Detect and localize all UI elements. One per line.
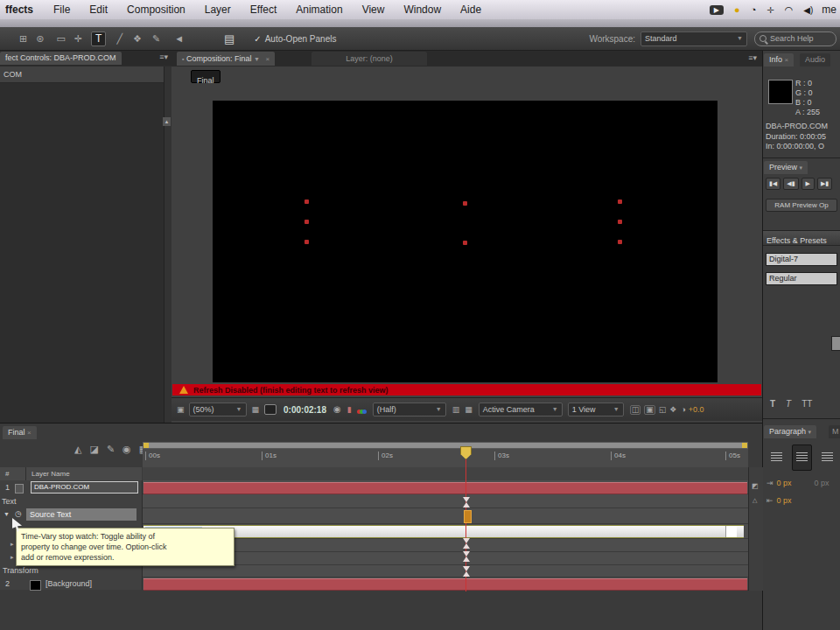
- panel-menu-icon[interactable]: ≡▾: [159, 53, 168, 61]
- show-channel-icon[interactable]: [359, 402, 367, 417]
- transparency-grid-icon[interactable]: ▦: [465, 406, 472, 414]
- scroll-up-icon[interactable]: ▲: [163, 117, 171, 126]
- menu-composition[interactable]: Composition: [117, 4, 195, 16]
- brush-tool-icon[interactable]: ❖: [133, 34, 142, 44]
- prev-frame-button[interactable]: ◀▮: [783, 178, 798, 190]
- expand-triangle-icon[interactable]: ▼: [4, 511, 10, 517]
- comp-shy-icon[interactable]: ◭: [74, 444, 81, 454]
- expression-field-endcap[interactable]: [725, 526, 737, 537]
- align-right-button[interactable]: [819, 446, 836, 469]
- layer2-color-swatch[interactable]: [30, 580, 41, 591]
- menu-app[interactable]: ffects: [0, 4, 44, 16]
- menu-animation[interactable]: Animation: [286, 4, 352, 16]
- group-text-label[interactable]: Text: [2, 497, 17, 506]
- effects-presets-header[interactable]: Effects & Presets: [763, 230, 840, 246]
- menubar-battery-icon[interactable]: ●: [734, 4, 740, 15]
- font-family-select[interactable]: Digital-7: [766, 253, 837, 266]
- menu-window[interactable]: Window: [394, 4, 451, 16]
- faux-italic-button[interactable]: T: [786, 399, 791, 409]
- keyframe-icon[interactable]: [463, 538, 471, 549]
- layer1-duration-bar[interactable]: [144, 482, 747, 494]
- font-style-select[interactable]: Regular: [766, 272, 837, 285]
- menu-layer[interactable]: Layer: [195, 4, 241, 16]
- time-ruler[interactable]: 00s 01s 02s 03s 04s 05s: [143, 449, 748, 468]
- camera-select[interactable]: Active Camera▼: [479, 402, 563, 416]
- menu-edit[interactable]: Edit: [80, 4, 117, 16]
- source-text-property[interactable]: Source Text: [26, 508, 136, 521]
- search-help-input[interactable]: Search Help: [754, 32, 836, 46]
- tab-paragraph[interactable]: Paragraph ▾: [764, 425, 816, 438]
- work-area-start-handle[interactable]: [144, 443, 149, 448]
- stopwatch-icon[interactable]: ◷: [15, 509, 22, 518]
- layer2-number[interactable]: 2: [5, 579, 10, 588]
- menubar-clock-icon[interactable]: ◔: [751, 4, 757, 15]
- pan-tool-icon[interactable]: ✛: [74, 34, 82, 44]
- magnification-select[interactable]: (50%)▼: [189, 402, 247, 416]
- work-area-end-handle[interactable]: [742, 443, 747, 448]
- frame-blend-icon[interactable]: ◪: [89, 444, 98, 454]
- show-snapshot-icon[interactable]: ▮: [347, 405, 352, 414]
- safe-margins-icon[interactable]: ▦: [252, 406, 260, 414]
- indent-left-value[interactable]: 0 px: [777, 479, 792, 487]
- fast-preview-icon[interactable]: ▣: [644, 405, 655, 415]
- transform-group-label[interactable]: Transform: [3, 566, 38, 575]
- tab-preview[interactable]: Preview ▾: [764, 161, 808, 174]
- snapshot-icon[interactable]: ◉: [333, 405, 341, 414]
- pixel-aspect-icon[interactable]: ◫: [630, 405, 641, 415]
- switches-toggle-icon[interactable]: ◩: [752, 483, 759, 490]
- keyframe-icon[interactable]: [463, 497, 471, 508]
- tab-composition-final[interactable]: ▪ Composition: Final ▼ ×: [177, 52, 275, 66]
- align-left-button[interactable]: [768, 446, 785, 469]
- brainstorm-icon[interactable]: ◉: [122, 444, 131, 454]
- menubar-keyboard-icon[interactable]: ✛: [766, 5, 774, 15]
- roi-grid-icon[interactable]: ▥: [452, 406, 460, 414]
- timeline-jump-icon[interactable]: ◱: [659, 406, 667, 414]
- panels-icon[interactable]: ▤: [224, 33, 234, 45]
- home-tool-icon[interactable]: ⊞: [19, 34, 27, 44]
- panel-menu-icon[interactable]: ≡▾: [748, 54, 757, 62]
- rotate-tool-icon[interactable]: ⊛: [36, 34, 44, 44]
- layer2-duration-bar[interactable]: [144, 578, 747, 591]
- keyframe-icon[interactable]: [463, 551, 471, 562]
- close-icon[interactable]: ×: [785, 56, 789, 64]
- timecode[interactable]: 0:00:02:18: [284, 405, 326, 415]
- always-preview-icon[interactable]: ▣: [177, 406, 185, 414]
- collapsed-triangle-icon[interactable]: ▸: [10, 554, 14, 561]
- workspace-select[interactable]: Standard▼: [640, 32, 747, 46]
- column-header-layer-name[interactable]: Layer Name: [32, 470, 70, 478]
- close-icon[interactable]: ×: [27, 429, 32, 437]
- exposure-value[interactable]: +0.0: [689, 405, 704, 414]
- tab-audio[interactable]: Audio: [800, 53, 830, 66]
- align-center-button[interactable]: [792, 444, 812, 471]
- first-frame-button[interactable]: ▮◀: [766, 178, 780, 190]
- keyframe-icon[interactable]: [463, 566, 471, 577]
- menu-view[interactable]: View: [353, 4, 395, 16]
- layer1-name-field[interactable]: DBA-PROD.COM: [31, 481, 138, 494]
- menubar-capture-icon[interactable]: ▶: [710, 5, 724, 15]
- motion-blur-icon[interactable]: ✎: [107, 444, 115, 454]
- auto-open-check-icon[interactable]: ✓: [254, 34, 261, 44]
- exposure-icon[interactable]: ◑: [681, 406, 685, 414]
- indent-right-dim-value[interactable]: 0 px: [815, 479, 830, 487]
- text-tool-button[interactable]: T: [91, 32, 106, 46]
- pen-tool-icon[interactable]: ╱: [116, 34, 122, 44]
- scroll-up-icon[interactable]: △: [752, 497, 757, 503]
- ram-preview-button[interactable]: RAM Preview Op: [766, 199, 837, 212]
- tab-timeline-final[interactable]: Final ×: [3, 426, 37, 439]
- column-header-number[interactable]: #: [5, 470, 9, 478]
- indent-first-value[interactable]: 0 px: [777, 496, 792, 505]
- menu-effect[interactable]: Effect: [241, 4, 286, 16]
- faux-bold-button[interactable]: T: [770, 399, 775, 409]
- auto-open-label[interactable]: Auto-Open Panels: [265, 34, 337, 44]
- layer1-number[interactable]: 1: [5, 483, 10, 492]
- composition-crumb-final[interactable]: Final: [191, 70, 220, 83]
- tab-layer-none[interactable]: Layer: (none): [312, 52, 427, 66]
- close-icon[interactable]: ×: [266, 55, 270, 63]
- region-of-interest-icon[interactable]: [264, 404, 276, 415]
- next-frame-button[interactable]: ▶▮: [817, 178, 832, 190]
- menu-aide[interactable]: Aide: [451, 4, 491, 16]
- menubar-user-label[interactable]: me: [822, 4, 840, 16]
- menubar-volume-icon[interactable]: ◀): [803, 5, 813, 15]
- shape-tool-icon[interactable]: ▭: [56, 34, 65, 44]
- tab-info[interactable]: Info ×: [764, 53, 794, 66]
